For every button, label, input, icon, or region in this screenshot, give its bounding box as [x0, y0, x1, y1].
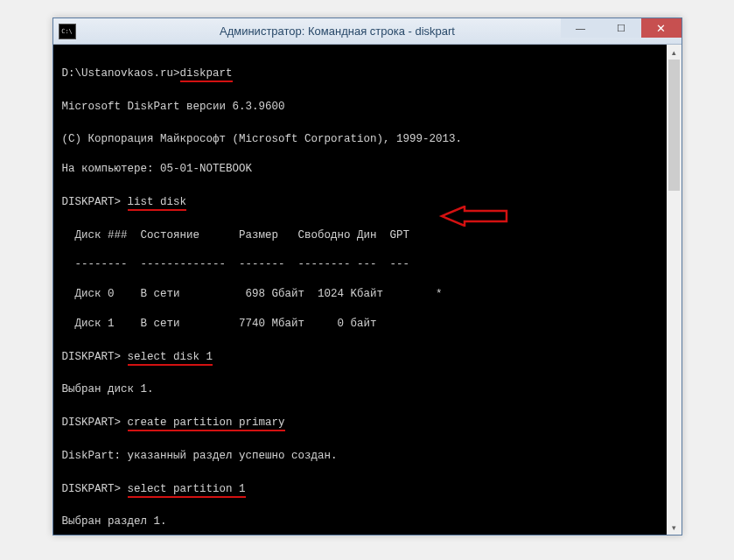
cmd-diskpart: diskpart [180, 67, 233, 82]
vertical-scrollbar[interactable]: ▴ ▾ [667, 45, 682, 535]
diskpart-prompt: DISKPART> [62, 483, 122, 495]
disk-table-header: Диск ### Состояние Размер Свободно Дин G… [62, 228, 673, 243]
cmd-list-disk: list disk [128, 196, 187, 211]
scroll-up-button[interactable]: ▴ [667, 45, 682, 60]
cmd-select-partition: select partition 1 [128, 483, 246, 498]
terminal-wrap: D:\Ustanovkaos.ru>diskpart Microsoft Dis… [53, 45, 682, 535]
terminal-output[interactable]: D:\Ustanovkaos.ru>diskpart Microsoft Dis… [53, 45, 682, 535]
copyright-line: (C) Корпорация Майкрософт (Microsoft Cor… [62, 132, 673, 147]
maximize-button[interactable]: ☐ [601, 18, 641, 38]
disk-table-row: Диск 0 В сети 698 Gбайт 1024 Kбайт * [62, 287, 673, 302]
disk-table-divider: -------- ------------- ------- -------- … [62, 257, 673, 272]
scroll-thumb[interactable] [668, 60, 680, 191]
titlebar[interactable]: C:\ Администратор: Командная строка - di… [53, 18, 682, 45]
disk-table-row: Диск 1 В сети 7740 Mбайт 0 байт [62, 317, 673, 332]
initial-prompt: D:\Ustanovkaos.ru> [62, 67, 180, 80]
msg-partition-created: DiskPart: указанный раздел успешно созда… [62, 449, 673, 464]
window-controls: — ☐ ✕ [561, 18, 682, 38]
cmd-window: C:\ Администратор: Командная строка - di… [52, 18, 682, 536]
diskpart-prompt: DISKPART> [62, 196, 122, 208]
cmd-icon: C:\ [59, 24, 76, 39]
msg-disk-selected: Выбран диск 1. [62, 382, 673, 397]
version-line: Microsoft DiskPart версии 6.3.9600 [62, 100, 673, 115]
diskpart-prompt: DISKPART> [62, 351, 122, 363]
minimize-button[interactable]: — [561, 18, 601, 38]
diskpart-prompt: DISKPART> [62, 416, 122, 429]
scroll-down-button[interactable]: ▾ [667, 520, 682, 535]
close-button[interactable]: ✕ [641, 18, 682, 38]
cmd-select-disk: select disk 1 [128, 351, 213, 366]
computer-line: На компьютере: 05-01-NOTEBOOK [62, 162, 673, 177]
msg-partition-selected: Выбран раздел 1. [62, 514, 673, 529]
cmd-create-partition: create partition primary [128, 416, 285, 431]
